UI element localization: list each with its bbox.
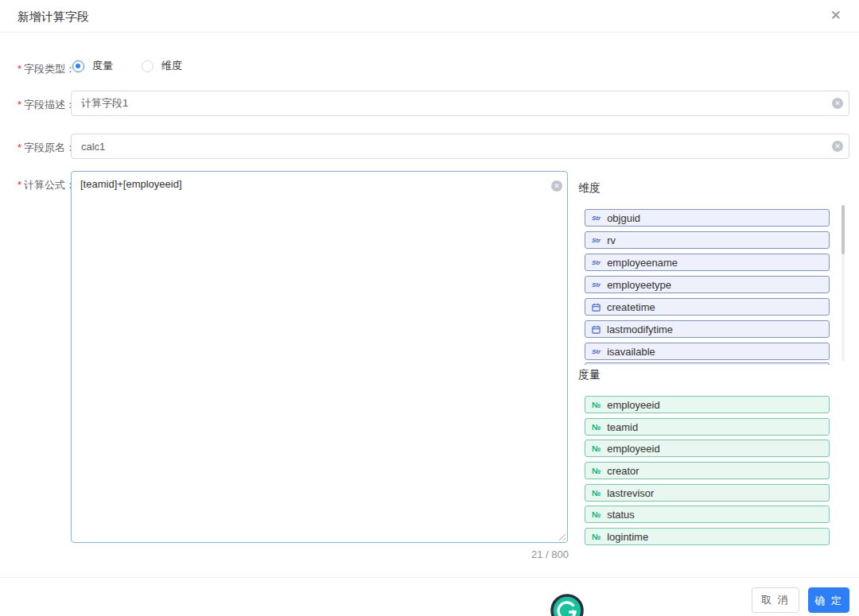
char-counter: 21 / 800 (410, 548, 569, 560)
dimensions-scrollbar-track[interactable] (842, 205, 845, 361)
field-type-label: *字段类型： (17, 62, 76, 76)
dimensions-scrollbar-thumb[interactable] (842, 205, 845, 254)
number-type-icon: № (592, 510, 601, 519)
close-icon[interactable]: ✕ (830, 9, 842, 22)
field-name-label: *字段原名： (17, 141, 76, 155)
dimensions-section-title: 维度 (578, 181, 601, 196)
measure-field-item[interactable]: № employeeid (585, 440, 830, 457)
required-asterisk: * (17, 63, 21, 75)
clear-icon[interactable]: ✕ (832, 141, 843, 152)
field-desc-label: *字段描述： (17, 98, 76, 112)
cancel-button[interactable]: 取 消 (752, 587, 799, 613)
radio-measure[interactable] (72, 60, 84, 72)
field-label: employeetype (607, 279, 671, 291)
confirm-button[interactable]: 确 定 (808, 587, 849, 613)
dimension-field-item-partial[interactable] (585, 362, 830, 365)
field-desc-input[interactable] (71, 91, 849, 116)
number-type-icon: № (592, 423, 601, 432)
dimension-field-item[interactable]: Str isavailable (585, 343, 830, 360)
measures-section-title: 度量 (578, 368, 601, 382)
grammarly-badge-icon[interactable] (550, 594, 584, 616)
footer-divider (0, 577, 859, 578)
measures-list: № employeeid № teamid № employeeid № cre… (585, 389, 830, 548)
required-asterisk: * (17, 141, 21, 153)
dimension-field-item[interactable]: lastmodifytime (585, 320, 830, 338)
field-type-radio-group: 度量 维度 (72, 59, 203, 73)
dimension-field-item[interactable]: Str objguid (585, 209, 830, 227)
add-calculated-field-dialog: 新增计算字段 ✕ *字段类型： 度量 维度 *字段描述： ✕ *字段原名： ✕ … (0, 0, 859, 616)
field-label: employeeid (607, 443, 660, 455)
field-label: teamid (607, 421, 638, 433)
field-name-input[interactable] (71, 134, 849, 159)
measure-field-item[interactable]: № teamid (585, 418, 830, 436)
dimension-field-item[interactable]: Str employeetype (585, 276, 830, 293)
field-label: isavailable (607, 346, 655, 358)
field-label: objguid (607, 212, 640, 224)
string-type-icon: Str (592, 348, 601, 355)
field-label: rv (607, 234, 616, 246)
string-type-icon: Str (592, 215, 601, 222)
measure-field-item[interactable]: № lastrevisor (585, 484, 830, 502)
formula-textarea[interactable]: [teamid]+[employeeid] (71, 171, 568, 543)
field-label: logintime (607, 531, 648, 543)
radio-measure-label[interactable]: 度量 (92, 59, 113, 73)
clear-icon[interactable]: ✕ (551, 180, 562, 192)
formula-label: *计算公式： (17, 178, 76, 192)
string-type-icon: Str (592, 281, 601, 289)
dialog-title: 新增计算字段 (17, 10, 89, 25)
field-label: lastrevisor (607, 487, 654, 499)
clear-icon[interactable]: ✕ (832, 98, 843, 109)
field-label: creator (607, 465, 639, 477)
dimension-field-item[interactable]: Str rv (585, 231, 830, 249)
radio-dimension-label[interactable]: 维度 (161, 59, 182, 73)
calendar-type-icon (592, 303, 601, 312)
measure-field-item[interactable]: № creator (585, 462, 830, 479)
field-label: employeeid (607, 399, 660, 411)
measure-field-item[interactable]: № logintime (585, 528, 830, 545)
number-type-icon: № (592, 401, 601, 409)
calendar-type-icon (592, 325, 601, 334)
dimensions-list: Str objguid Str rv Str employeename Str … (585, 203, 830, 365)
field-label: employeename (607, 257, 678, 269)
header-divider (0, 32, 859, 33)
dimension-field-item[interactable]: createtime (585, 298, 830, 316)
number-type-icon: № (592, 489, 601, 498)
field-label: createtime (607, 301, 655, 313)
number-type-icon: № (592, 533, 601, 541)
string-type-icon: Str (592, 259, 601, 266)
measure-field-item[interactable]: № status (585, 506, 830, 523)
radio-dimension[interactable] (142, 60, 154, 72)
required-asterisk: * (17, 179, 21, 191)
dimension-field-item[interactable]: Str employeename (585, 254, 830, 271)
field-label: lastmodifytime (607, 323, 673, 335)
required-asterisk: * (17, 99, 21, 110)
number-type-icon: № (592, 467, 601, 475)
string-type-icon: Str (592, 237, 601, 244)
number-type-icon: № (592, 444, 601, 453)
measure-field-item[interactable]: № employeeid (585, 396, 830, 413)
field-label: status (607, 509, 635, 521)
